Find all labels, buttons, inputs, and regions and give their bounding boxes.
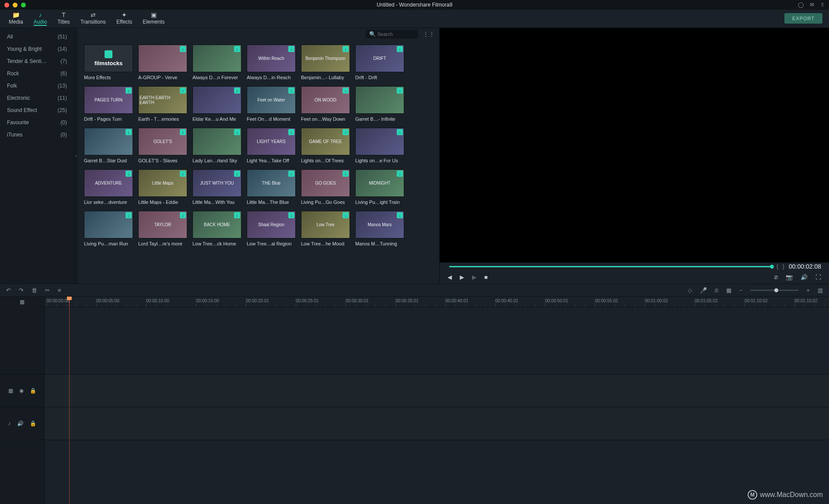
download-icon[interactable]: ↓ [343, 88, 349, 94]
mute-icon[interactable]: 🔊 [17, 420, 24, 427]
account-icon[interactable]: ◯ [798, 2, 804, 8]
library-item[interactable]: PAGES TURN↓Drift - Pages Turn [84, 86, 133, 122]
download-icon[interactable]: ↓ [397, 46, 403, 52]
fullscreen-icon[interactable]: ⛶ [815, 274, 821, 280]
download-icon[interactable]: ↓ [343, 46, 349, 52]
visibility-icon[interactable]: ◉ [19, 388, 24, 394]
sidebar-collapse-handle[interactable]: ‹ [74, 28, 78, 284]
zoom-fit-icon[interactable]: ▥ [818, 287, 823, 294]
audio-track-head[interactable]: ♪ 🔊 🔒 [0, 407, 44, 440]
library-item[interactable]: ↓Lights on…e For Us [355, 128, 404, 163]
library-item[interactable]: GAME OF TREE↓Lights on…Of Trees [301, 128, 350, 163]
download-icon[interactable]: ↓ [180, 129, 186, 135]
sidebar-item[interactable]: All(51) [0, 31, 74, 43]
library-item[interactable]: MIDNIGHT↓Living Pu…ight Train [355, 169, 404, 205]
zoom-out-icon[interactable]: − [739, 287, 743, 294]
sidebar-item[interactable]: Young & Bright(14) [0, 43, 74, 55]
sidebar-item[interactable]: iTunes(0) [0, 129, 74, 141]
library-item[interactable]: Manos Mars↓Manos M…Tunning [355, 211, 404, 246]
tab-elements[interactable]: ▣Elements [137, 11, 170, 26]
sidebar-item[interactable]: Rock(6) [0, 67, 74, 80]
library-item[interactable]: ↓Lady Lan…rland Sky [192, 128, 241, 163]
library-item[interactable]: THE Blue↓Little Ma…The Blue [247, 169, 296, 205]
download-icon[interactable]: ↓ [397, 88, 403, 94]
download-icon[interactable]: ↓ [397, 171, 403, 177]
download-icon[interactable]: ↓ [234, 171, 240, 177]
window-minimize-button[interactable] [13, 3, 17, 7]
download-icon[interactable]: ↓ [180, 171, 186, 177]
preview-video[interactable] [440, 28, 829, 262]
download-icon[interactable]: ↓ [343, 171, 349, 177]
record-screen-icon[interactable]: ⎚ [774, 274, 778, 280]
mixer-icon[interactable]: ⎚ [715, 287, 718, 294]
library-item[interactable]: EARTH EARTH EARTH↓Earth - T…emories [138, 86, 187, 122]
download-icon[interactable]: ↓ [126, 171, 132, 177]
download-icon[interactable]: ↓ [126, 212, 132, 218]
voiceover-icon[interactable]: 🎤 [700, 287, 707, 294]
tab-titles[interactable]: TTitles [52, 11, 75, 26]
library-item[interactable]: ↓Eldar Ke…u And Me [192, 86, 241, 122]
lock-icon[interactable]: 🔒 [30, 388, 36, 394]
audio-track[interactable] [45, 407, 829, 440]
lock-icon[interactable]: 🔒 [30, 420, 36, 427]
tab-media[interactable]: 📁Media [3, 11, 28, 26]
adjust-icon[interactable]: ≡ [58, 287, 61, 294]
library-item[interactable]: GOLET'S↓GOLET'S - Slaves [138, 128, 187, 163]
download-icon[interactable]: ↓ [288, 88, 294, 94]
download-icon[interactable]: ↓ [234, 212, 240, 218]
playhead-icon[interactable] [67, 297, 72, 300]
sidebar-item[interactable]: Folk(13) [0, 80, 74, 92]
redo-icon[interactable]: ↷ [19, 287, 24, 294]
download-icon[interactable]: ↓ [397, 212, 403, 218]
marker-icon[interactable]: ◇ [688, 287, 692, 294]
zoom-in-icon[interactable]: + [806, 287, 810, 294]
undo-icon[interactable]: ↶ [6, 287, 11, 294]
download-icon[interactable]: ↓ [288, 129, 294, 135]
download-icon[interactable]: ↓ [288, 171, 294, 177]
volume-icon[interactable]: 🔊 [801, 274, 808, 280]
sidebar-item[interactable]: Electronic(11) [0, 92, 74, 104]
snapshot-icon[interactable]: 📷 [786, 274, 793, 280]
preview-scrubber[interactable] [449, 266, 772, 267]
download-icon[interactable]: ↓ [180, 212, 186, 218]
download-icon[interactable]: ↓ [397, 129, 403, 135]
tab-transitions[interactable]: ⇄Transitions [75, 11, 111, 26]
download-icon[interactable]: ↓ [126, 129, 132, 135]
library-item[interactable]: ↓Garret B…Star Dust [84, 128, 133, 163]
sidebar-item[interactable]: Favourite(0) [0, 116, 74, 129]
library-item[interactable]: ADVENTURE↓Lior seke…dventure [84, 169, 133, 205]
search-input-wrap[interactable]: 🔍 [366, 30, 418, 38]
play-icon[interactable]: ▶ [460, 274, 464, 280]
prev-frame-icon[interactable]: { [777, 263, 778, 270]
library-item[interactable]: ↓Garret B…- Infinite [355, 86, 404, 122]
notifications-icon[interactable]: ⇪ [820, 2, 825, 8]
library-item[interactable]: Feet on Water↓Feet On…d Moment [247, 86, 296, 122]
library-item[interactable]: filmstocksMore Effects [84, 45, 133, 80]
overlay-track-head[interactable]: ▦ ◉ 🔒 [0, 374, 44, 407]
download-icon[interactable]: ↓ [180, 88, 186, 94]
delete-icon[interactable]: 🗑 [31, 287, 37, 294]
library-item[interactable]: ↓Living Pu…man Run [84, 211, 133, 246]
library-item[interactable]: ↓Always D…n Forever [192, 45, 241, 80]
library-item[interactable]: Low Tree↓Low Tree…he Mood [301, 211, 350, 246]
forward-icon[interactable]: ▶ [472, 274, 476, 280]
download-icon[interactable]: ↓ [288, 212, 294, 218]
library-item[interactable]: LIGHT YEARS↓Light Yea…Take Off [247, 128, 296, 163]
library-item[interactable]: Within Reach↓Always D…in Reach [247, 45, 296, 80]
download-icon[interactable]: ↓ [288, 46, 294, 52]
sidebar-item[interactable]: Sound Effect(25) [0, 104, 74, 116]
timeline-body[interactable] [45, 307, 829, 504]
next-frame-icon[interactable]: } [783, 263, 784, 270]
messages-icon[interactable]: ✉ [810, 2, 814, 8]
library-item[interactable]: ↓A-GROUP - Verve [138, 45, 187, 80]
download-icon[interactable]: ↓ [234, 46, 240, 52]
library-item[interactable]: BACK HOME↓Low Tree…ck Home [192, 211, 241, 246]
view-grid-icon[interactable]: ⋮⋮ [423, 31, 435, 38]
render-icon[interactable]: ▦ [726, 287, 731, 294]
export-button[interactable]: EXPORT [784, 13, 822, 24]
tab-effects[interactable]: ✦Effects [111, 11, 137, 26]
library-item[interactable]: DRIFT↓Drift - Drift [355, 45, 404, 80]
library-item[interactable]: Little Maps↓Little Maps - Eddie [138, 169, 187, 205]
tab-audio[interactable]: ♪Audio [28, 11, 52, 26]
download-icon[interactable]: ↓ [343, 212, 349, 218]
